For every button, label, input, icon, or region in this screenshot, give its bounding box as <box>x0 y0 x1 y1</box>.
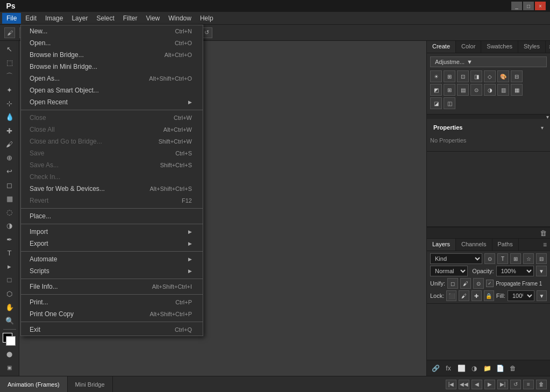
tool-history-brush[interactable]: ↩ <box>2 165 17 177</box>
menu-view[interactable]: View <box>141 13 164 24</box>
panel-tab-menu[interactable]: ≡ <box>546 41 550 53</box>
tool-quick-mask[interactable]: ⬤ <box>2 347 17 360</box>
menu-export[interactable]: Export <box>21 238 203 250</box>
properties-collapse[interactable]: ▾ <box>541 125 544 131</box>
tool-screen-mode[interactable]: ▣ <box>2 361 17 374</box>
animation-settings[interactable]: ≡ <box>523 380 534 389</box>
menu-filter[interactable]: Filter <box>119 13 142 24</box>
adj-curves[interactable]: ⊡ <box>457 70 469 82</box>
lock-transparent-btn[interactable]: ⬛ <box>446 290 456 301</box>
layer-icon-3[interactable]: ⊞ <box>510 253 521 264</box>
layer-group-icon[interactable]: 📁 <box>482 363 492 374</box>
tool-eraser[interactable]: ◻ <box>2 179 17 191</box>
blend-mode-select[interactable]: Normal <box>430 266 468 276</box>
adj-exposure[interactable]: ◨ <box>470 70 482 82</box>
minimize-button[interactable]: _ <box>511 2 522 10</box>
close-button[interactable]: × <box>535 2 546 10</box>
menu-file-info[interactable]: File Info... Alt+Shift+Ctrl+I <box>21 281 203 293</box>
tool-blur[interactable]: ◌ <box>2 206 17 218</box>
menu-exit[interactable]: Exit Ctrl+Q <box>21 324 203 336</box>
tool-path-select[interactable]: ▸ <box>2 260 17 273</box>
menu-close-bridge[interactable]: Close and Go to Bridge... Shift+Ctrl+W <box>21 136 203 147</box>
tool-clone[interactable]: ⊕ <box>2 152 17 164</box>
lock-image-btn[interactable]: 🖌 <box>459 290 469 301</box>
layer-icon-5[interactable]: ⊟ <box>536 253 547 264</box>
opacity-select[interactable]: 100% <box>496 266 534 276</box>
tab-color[interactable]: Color <box>456 41 481 53</box>
menu-help[interactable]: Help <box>196 13 218 24</box>
layer-fx-icon[interactable]: fx <box>443 363 454 374</box>
adj-vibrance[interactable]: ◇ <box>484 70 496 82</box>
menu-edit[interactable]: Edit <box>21 13 41 24</box>
tab-swatches[interactable]: Swatches <box>481 41 518 53</box>
tab-create[interactable]: Create <box>427 41 456 53</box>
layers-panel-menu[interactable]: ≡ <box>540 239 550 251</box>
fill-dropdown-btn[interactable]: ▼ <box>537 290 547 301</box>
menu-place[interactable]: Place... <box>21 210 203 222</box>
background-color[interactable] <box>6 336 16 346</box>
tab-channels[interactable]: Channels <box>456 239 492 251</box>
tool-dodge[interactable]: ◑ <box>2 219 17 232</box>
layer-delete-icon[interactable]: 🗑 <box>508 363 518 374</box>
adj-colorlookup[interactable]: ⊙ <box>470 84 482 96</box>
tool-brush[interactable]: 🖌 <box>2 138 17 151</box>
menu-image[interactable]: Image <box>41 13 67 24</box>
layer-icon-4[interactable]: ☆ <box>523 253 534 264</box>
layer-link-icon[interactable]: 🔗 <box>430 363 441 374</box>
lock-all-btn[interactable]: 🔒 <box>484 290 494 301</box>
animation-play[interactable]: ▶ <box>484 380 495 389</box>
menu-browse-mini-bridge[interactable]: Browse in Mini Bridge... <box>21 61 203 73</box>
tool-gradient[interactable]: ▦ <box>2 193 17 205</box>
opacity-dropdown-btn[interactable]: ▼ <box>536 266 547 276</box>
tool-lasso[interactable]: ⌒ <box>2 70 17 83</box>
adj-invert[interactable]: ◑ <box>484 84 496 96</box>
tab-mini-bridge[interactable]: Mini Bridge <box>68 376 113 392</box>
tool-pen[interactable]: ✒ <box>2 233 17 246</box>
menu-layer[interactable]: Layer <box>67 13 92 24</box>
tool-shape[interactable]: □ <box>2 274 17 286</box>
adj-photofilter[interactable]: ⊞ <box>444 84 455 96</box>
menu-save-web[interactable]: Save for Web & Devices... Alt+Shift+Ctrl… <box>21 183 203 195</box>
menu-window[interactable]: Window <box>164 13 196 24</box>
tool-spot-heal[interactable]: ✚ <box>2 125 17 137</box>
tab-layers[interactable]: Layers <box>427 239 456 251</box>
animation-delete[interactable]: 🗑 <box>536 380 547 389</box>
tool-magic-wand[interactable]: ✦ <box>2 84 17 96</box>
tab-paths[interactable]: Paths <box>492 239 519 251</box>
lock-position-btn[interactable]: ✚ <box>472 290 482 301</box>
fill-select[interactable]: 100% <box>508 290 534 301</box>
kind-select[interactable]: Kind <box>430 253 482 264</box>
tool-eyedropper[interactable]: 💧 <box>2 111 17 123</box>
adj-brightness[interactable]: ☀ <box>430 70 442 82</box>
menu-check-in[interactable]: Check In... <box>21 171 203 183</box>
layer-new-icon[interactable]: 📄 <box>495 363 505 374</box>
unify-btn-2[interactable]: 🖌 <box>460 278 471 289</box>
animation-first-frame[interactable]: |◀ <box>446 380 456 389</box>
tool-move[interactable]: ↖ <box>2 43 17 55</box>
menu-file[interactable]: File <box>2 13 21 24</box>
tool-zoom[interactable]: 🔍 <box>2 315 17 327</box>
adj-levels[interactable]: ⊞ <box>444 70 455 82</box>
propagate-checkbox[interactable]: ✓ <box>486 280 494 287</box>
adj-posterize[interactable]: ▥ <box>497 84 509 96</box>
adj-colorbalance[interactable]: ⊟ <box>511 70 523 82</box>
menu-revert[interactable]: Revert F12 <box>21 195 203 206</box>
tool-3d[interactable]: ⬡ <box>2 288 17 300</box>
tool-text[interactable]: T <box>2 247 17 259</box>
adj-selectivecolor[interactable]: ◫ <box>444 97 455 109</box>
unify-btn-1[interactable]: ◻ <box>447 278 458 289</box>
adj-channelmixer[interactable]: ▤ <box>457 84 469 96</box>
unify-btn-3[interactable]: ⊙ <box>473 278 484 289</box>
delete-property-icon[interactable]: 🗑 <box>540 229 547 237</box>
foreground-background-colors[interactable] <box>3 333 17 345</box>
menu-new[interactable]: New... Ctrl+N <box>21 25 203 37</box>
maximize-button[interactable]: □ <box>523 2 534 10</box>
adj-huesat[interactable]: 🎨 <box>497 70 509 82</box>
menu-browse-bridge[interactable]: Browse in Bridge... Alt+Ctrl+O <box>21 49 203 61</box>
tool-crop[interactable]: ⊹ <box>2 97 17 110</box>
menu-open[interactable]: Open... Ctrl+O <box>21 37 203 49</box>
layer-icon-1[interactable]: ⊙ <box>484 253 495 264</box>
menu-open-as[interactable]: Open As... Alt+Shift+Ctrl+O <box>21 73 203 84</box>
menu-print[interactable]: Print... Ctrl+P <box>21 296 203 308</box>
menu-open-recent[interactable]: Open Recent <box>21 96 203 108</box>
